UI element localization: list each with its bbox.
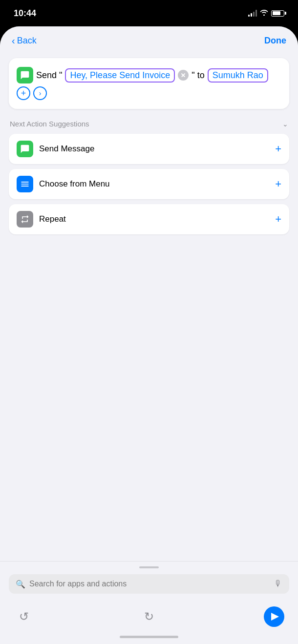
battery-fill (273, 11, 281, 15)
signal-bars-icon (248, 10, 257, 17)
suggestion-list: Send Message + Choose from Menu + (0, 134, 298, 234)
send-message-icon-svg (20, 144, 30, 154)
undo-icon: ↺ (19, 610, 29, 623)
microphone-icon[interactable]: 🎙 (274, 579, 282, 589)
repeat-icon (17, 211, 33, 228)
message-app-icon (17, 67, 33, 83)
play-icon (271, 613, 279, 621)
content-spacer (0, 234, 298, 561)
clear-message-button[interactable] (178, 70, 189, 81)
run-button[interactable] (264, 606, 284, 627)
send-message-icon (17, 141, 33, 157)
main-content: ‹ Back Done Send " Hey, Please Send Invo… (0, 26, 298, 644)
search-icon: 🔍 (16, 580, 25, 589)
add-repeat-button[interactable]: + (275, 213, 281, 226)
nav-bar: ‹ Back Done (0, 26, 298, 51)
send-message-label: Send Message (39, 144, 94, 154)
redo-icon: ↻ (144, 610, 154, 623)
suggestions-header: Next Action Suggestions ⌄ (0, 116, 298, 134)
wifi-icon (260, 9, 268, 17)
add-choose-from-menu-button[interactable]: + (275, 178, 281, 190)
repeat-label: Repeat (39, 214, 66, 224)
message-token[interactable]: Hey, Please Send Invoice (65, 68, 175, 83)
suggestion-left: Repeat (17, 211, 66, 228)
repeat-icon-svg (20, 214, 30, 224)
add-recipient-button[interactable]: + (17, 86, 30, 100)
suggestion-left: Choose from Menu (17, 176, 110, 192)
redo-button[interactable]: ↻ (139, 606, 159, 627)
choose-from-menu-icon-svg (20, 179, 30, 189)
back-button[interactable]: ‹ Back (12, 35, 37, 46)
battery-icon (271, 10, 284, 17)
chevron-down-icon[interactable]: ⌄ (282, 120, 288, 128)
to-text: " to (192, 70, 204, 81)
send-prefix-text: Send " (36, 70, 62, 81)
recipient-token[interactable]: Sumukh Rao (208, 68, 268, 83)
chevron-left-icon: ‹ (12, 35, 15, 46)
detail-button[interactable]: › (33, 86, 47, 100)
action-card: Send " Hey, Please Send Invoice " to Sum… (9, 58, 289, 109)
status-bar: 10:44 (0, 0, 298, 26)
choose-from-menu-label: Choose from Menu (39, 179, 110, 189)
suggestion-left: Send Message (17, 141, 94, 157)
signal-bar-1 (248, 15, 250, 17)
signal-bar-4 (255, 10, 257, 17)
suggestion-choose-from-menu[interactable]: Choose from Menu + (9, 169, 289, 199)
add-send-message-button[interactable]: + (275, 143, 281, 155)
search-input[interactable] (29, 580, 270, 588)
choose-from-menu-icon (17, 176, 33, 192)
status-icons (248, 9, 284, 17)
undo-button[interactable]: ↺ (14, 606, 34, 627)
suggestion-send-message[interactable]: Send Message + (9, 134, 289, 164)
suggestion-repeat[interactable]: Repeat + (9, 204, 289, 234)
back-label: Back (17, 36, 37, 46)
search-bar[interactable]: 🔍 🎙 (9, 574, 289, 594)
home-indicator (0, 632, 298, 644)
home-bar (120, 636, 178, 638)
phone-wrapper: 10:44 ‹ Back Done (0, 0, 298, 644)
suggestions-label: Next Action Suggestions (10, 120, 89, 128)
status-time: 10:44 (14, 8, 36, 19)
drag-handle (139, 566, 159, 568)
signal-bar-2 (251, 13, 252, 17)
signal-bar-3 (253, 12, 255, 17)
done-button[interactable]: Done (264, 36, 286, 46)
bottom-sheet: 🔍 🎙 (0, 561, 298, 601)
bottom-toolbar: ↺ ↻ (0, 601, 298, 632)
message-icon-svg (20, 70, 30, 80)
